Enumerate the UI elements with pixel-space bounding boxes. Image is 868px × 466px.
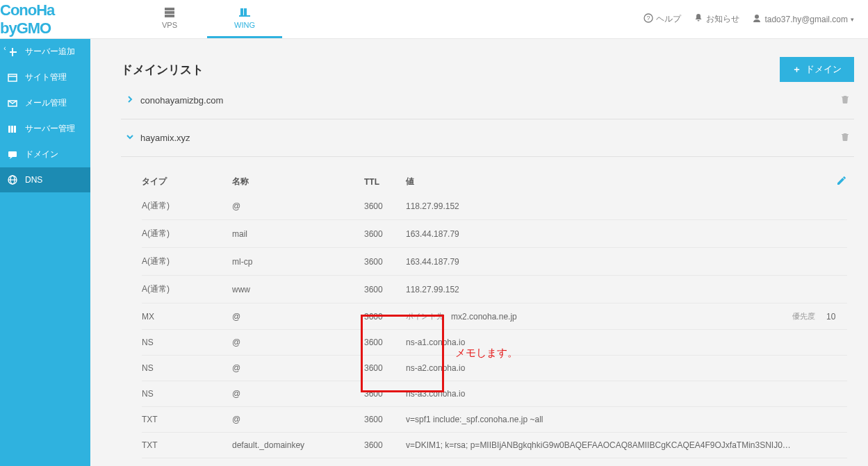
- record-ttl: 3600: [364, 312, 406, 322]
- record-type: NS: [142, 338, 232, 347]
- record-name: @: [232, 338, 364, 347]
- logo-subtext: byGMO: [0, 19, 51, 37]
- notice-link[interactable]: お知らせ: [694, 13, 739, 25]
- record-value-cell: 163.44.187.79: [406, 229, 847, 239]
- record-ttl: 3600: [364, 440, 406, 450]
- record-value-cell: ポイント先mx2.conoha.ne.jp優先度10: [406, 311, 847, 322]
- dns-record-row: TXT@3600v=spf1 include:_spf.conoha.ne.jp…: [142, 407, 847, 433]
- record-ttl: 3600: [364, 201, 406, 211]
- logo-text: ConoHa: [0, 1, 54, 19]
- record-value: ns-a1.conoha.io: [406, 338, 465, 347]
- page-header: ドメインリスト ＋ ドメイン: [121, 57, 854, 82]
- record-value-cell: ns-a1.conoha.io: [406, 338, 847, 347]
- edit-records-button[interactable]: [836, 175, 847, 188]
- bell-icon: [694, 13, 703, 25]
- user-email: tado37.hy@gmail.com: [764, 15, 848, 24]
- chevron-right-icon: [125, 94, 140, 106]
- svg-rect-15: [11, 126, 13, 133]
- record-value-cell: v=spf1 include:_spf.conoha.ne.jp ~all: [406, 415, 847, 424]
- main-panel: ドメインリスト ＋ ドメイン conohayamizbg.comhayamix.…: [90, 39, 868, 466]
- delete-domain-button[interactable]: [840, 94, 850, 106]
- svg-rect-5: [239, 15, 250, 17]
- sidebar-item-label: サイト管理: [25, 72, 67, 83]
- record-value-cell: 118.27.99.152: [406, 201, 847, 211]
- mx-priority-value: 10: [826, 312, 847, 322]
- tab-vps[interactable]: VPS: [132, 0, 207, 38]
- record-name: @: [232, 312, 364, 322]
- product-tabs: VPS WING: [132, 0, 282, 38]
- record-value: 118.27.99.152: [406, 201, 459, 211]
- record-name: @: [232, 363, 364, 373]
- record-type: TXT: [142, 440, 232, 450]
- chat-icon: [7, 149, 18, 160]
- record-ttl: 3600: [364, 229, 406, 239]
- record-value: mx2.conoha.ne.jp: [451, 312, 517, 322]
- window-icon: [7, 72, 18, 83]
- vps-icon: [163, 7, 177, 18]
- record-type: NS: [142, 363, 232, 373]
- svg-rect-17: [8, 151, 17, 157]
- col-ttl-header: TTL: [364, 177, 406, 187]
- record-value-cell: 163.44.187.79: [406, 257, 847, 267]
- sidebar-item-label: サーバー管理: [25, 123, 75, 135]
- sidebar-item-label: ドメイン: [25, 149, 58, 160]
- user-icon: [752, 13, 762, 25]
- record-value: ns-a2.conoha.io: [406, 363, 465, 373]
- record-value: ns-a3.conoha.io: [406, 389, 465, 399]
- sidebar-item-mail[interactable]: メール管理: [0, 90, 90, 116]
- record-type: TXT: [142, 415, 232, 424]
- svg-rect-1: [165, 11, 174, 14]
- sidebar-item-site[interactable]: サイト管理: [0, 65, 90, 90]
- tab-wing-label: WING: [234, 21, 255, 29]
- plus-icon: ＋: [792, 63, 801, 76]
- dns-record-row: NS@3600ns-a2.conoha.io: [142, 356, 847, 381]
- page-title: ドメインリスト: [121, 62, 204, 78]
- mail-icon: [7, 98, 18, 109]
- add-domain-button[interactable]: ＋ ドメイン: [780, 57, 854, 82]
- record-ttl: 3600: [364, 415, 406, 424]
- record-ttl: 3600: [364, 338, 406, 347]
- record-value: 163.44.187.79: [406, 257, 459, 267]
- logo[interactable]: ConoHa byGMO: [0, 0, 90, 38]
- svg-rect-14: [8, 126, 10, 133]
- tab-wing[interactable]: WING: [207, 0, 282, 38]
- sidebar-item-dns[interactable]: DNS: [0, 167, 90, 192]
- sidebar-item-add-server[interactable]: サーバー追加: [0, 39, 90, 65]
- sidebar-item-label: サーバー追加: [25, 46, 75, 58]
- record-name: @: [232, 389, 364, 399]
- sidebar-item-domain[interactable]: ドメイン: [0, 142, 90, 167]
- sidebar-item-label: DNS: [25, 175, 42, 185]
- record-name: @: [232, 415, 364, 424]
- help-label: ヘルプ: [656, 13, 681, 25]
- domain-name: hayamix.xyz: [140, 133, 190, 143]
- content-area: ‹ サーバー追加サイト管理メール管理サーバー管理ドメインDNS ドメインリスト …: [0, 39, 868, 466]
- record-ttl: 3600: [364, 363, 406, 373]
- svg-rect-16: [14, 126, 16, 133]
- sidebar-collapse-button[interactable]: ‹: [0, 42, 10, 54]
- dns-header-row: タイプ 名称 TTL 値: [142, 175, 847, 192]
- sidebar-item-server[interactable]: サーバー管理: [0, 116, 90, 142]
- record-name: default._domainkey: [232, 440, 364, 450]
- record-type: A(通常): [142, 256, 232, 267]
- col-name-header: 名称: [232, 176, 364, 188]
- svg-point-8: [755, 15, 759, 19]
- dns-record-row: A(通常)@3600118.27.99.152: [142, 192, 847, 220]
- user-menu[interactable]: tado37.hy@gmail.com ▾: [752, 13, 854, 25]
- record-type: A(通常): [142, 228, 232, 240]
- notice-label: お知らせ: [706, 13, 739, 25]
- record-value-cell: ns-a3.conoha.io: [406, 389, 847, 399]
- dns-panel: タイプ 名称 TTL 値 A(通常)@3600118.27.99.152A(通常…: [121, 157, 854, 458]
- col-type-header: タイプ: [142, 176, 232, 188]
- top-right-menu: ? ヘルプ お知らせ tado37.hy@gmail.com ▾: [644, 0, 868, 38]
- dns-record-row: TXTdefault._domainkey3600v=DKIM1; k=rsa;…: [142, 433, 847, 458]
- record-type: A(通常): [142, 200, 232, 212]
- help-link[interactable]: ? ヘルプ: [644, 13, 681, 25]
- record-type: MX: [142, 312, 232, 322]
- domain-row[interactable]: hayamix.xyz: [121, 119, 854, 157]
- domain-row[interactable]: conohayamizbg.com: [121, 82, 854, 119]
- record-value: v=spf1 include:_spf.conoha.ne.jp ~all: [406, 415, 543, 424]
- record-value: 163.44.187.79: [406, 229, 459, 239]
- delete-domain-button[interactable]: [840, 132, 850, 144]
- record-name: @: [232, 201, 364, 211]
- col-value-header: 値: [406, 176, 836, 188]
